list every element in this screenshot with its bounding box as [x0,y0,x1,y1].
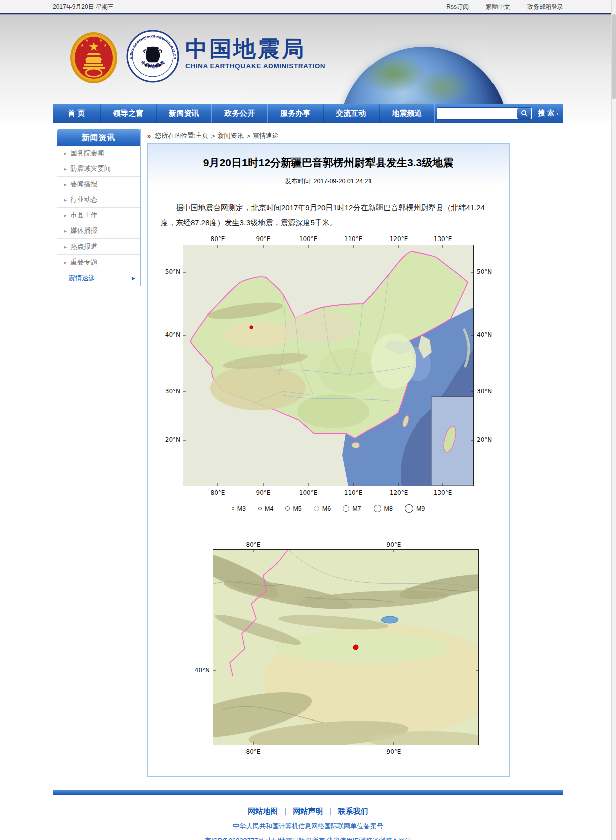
axis-label: 50°N [477,268,497,275]
sidebar-title: 新闻资讯 [57,129,140,146]
sidebar-item-news-broadcast[interactable]: ▶ 要闻播报 [57,177,140,192]
axis-label: 90°E [256,489,271,496]
breadcrumb-prefix: 您所在的位置: [155,131,196,140]
legend-label: M4 [265,505,273,512]
site-title-cn: 中国地震局 [185,37,325,61]
footer-sitemap-link[interactable]: 网站地图 [248,807,278,815]
chevron-right-icon: ▶ [64,151,67,155]
traditional-chinese-link[interactable]: 繁體中文 [486,3,510,11]
main-navbar: 首 页 领导之窗 新闻资讯 政务公开 服务办事 交流互动 地震频道 搜 索 [53,104,563,123]
sidebar-item-state-council-news[interactable]: ▶ 国务院要闻 [57,146,140,161]
sidebar-item-label: 重要专题 [70,258,97,267]
search-label[interactable]: 搜 索 [538,109,554,118]
sidebar-item-label: 市县工作 [70,211,97,220]
axis-label: 100°E [299,489,318,496]
svg-text:★: ★ [80,43,84,48]
scrollbar[interactable] [611,0,616,840]
legend-label: M8 [384,505,393,512]
sidebar-item-label: 要闻播报 [70,180,97,189]
magnitude-circle-icon [314,506,319,511]
legend-label: M3 [237,505,246,512]
rss-link[interactable]: Rss订阅 [446,3,469,11]
axis-label: 80°E [246,541,261,548]
axis-label: 90°E [256,235,271,243]
dotted-divider [156,193,501,193]
chevron-right-icon: ▶ [64,260,67,264]
axis-label: 20°N [477,436,497,443]
national-earthquake-map: 80°E 90°E 100°E 110°E 120°E 130°E 50°N 4… [160,235,497,524]
nav-item-interaction[interactable]: 交流互动 [323,104,379,123]
magnitude-circle-icon [285,506,290,511]
sidebar-item-disaster-reduction-news[interactable]: ▶ 防震减灾要闻 [57,161,140,177]
chevron-right-icon: ▶ [64,213,67,217]
regional-epicenter-map: 80°E 90°E 40°N 80°E 90°E [178,541,479,761]
sidebar-news-menu: 新闻资讯 ▶ 国务院要闻 ▶ 防震减灾要闻 ▶ 要闻播报 ▶ 行业动态 [57,129,141,286]
earth-globe-image [340,47,508,104]
sidebar-item-city-county-work[interactable]: ▶ 市县工作 [57,208,140,223]
svg-text:★: ★ [99,38,103,43]
sidebar-item-important-topics[interactable]: ▶ 重要专题 [57,255,140,270]
top-utility-bar: 2017年9月20日 星期三 Rss订阅 繁體中文 政务邮箱登录 [0,0,616,13]
axis-label: 120°E [390,235,408,243]
breadcrumb-home-link[interactable]: 主页 [196,131,209,140]
sidebar-item-earthquake-express-active[interactable]: 震情速递 ▶ [57,270,140,286]
chevron-right-icon: ▶ [64,167,67,171]
svg-text:★: ★ [88,40,99,54]
magnitude-legend: M3 M4 M5 M6 M7 M8 M9 [160,504,497,513]
breadcrumb-news-link[interactable]: 新闻资讯 [217,131,243,140]
axis-label: 30°N [160,388,180,395]
chevron-right-icon: ▶ [64,229,67,233]
axis-label: 50°N [160,268,180,275]
magnitude-circle-icon [232,507,234,510]
site-footer: 网站地图 | 网站声明 | 联系我们 中华人民共和国计算机信息网络国际联网单位备… [0,795,616,840]
nav-item-gov-affairs[interactable]: 政务公开 [212,104,268,123]
axis-label: 40°N [477,331,497,338]
footer-divider-bar [53,790,563,795]
site-header: ★ ★ ★ ★ ★ CHINA EARTHQ [0,15,616,104]
magnitude-circle-icon [405,504,413,513]
breadcrumb-marker-icon: » [147,132,151,140]
magnitude-circle-icon [258,507,262,510]
publish-time: 发布时间: 2017-09-20 01:24:21 [148,177,509,186]
axis-label: 110°E [344,235,363,243]
nav-item-earthquake-channel[interactable]: 地震频道 [379,104,435,123]
axis-label: 20°N [160,436,180,443]
article-title: 9月20日1时12分新疆巴音郭楞州尉犁县发生3.3级地震 [148,153,509,170]
search-button[interactable] [517,108,531,119]
nav-item-services[interactable]: 服务办事 [268,104,323,123]
current-date: 2017年9月20日 星期三 [53,3,114,11]
axis-label: 130°E [434,489,452,496]
axis-label: 30°N [477,388,497,395]
axis-label: 80°E [211,235,225,243]
sidebar-item-media-broadcast[interactable]: ▶ 媒体播报 [57,223,140,239]
footer-statement-link[interactable]: 网站声明 [293,807,323,815]
footer-copyright-line: 京ICP备06029777号 中国地震局版权所有 建议使用IE浏览器浏览本网站 [0,836,616,840]
scrollbar-thumb[interactable] [612,14,616,99]
region-terrain-map-svg [213,549,479,745]
epicenter-marker [250,326,253,329]
chevron-right-icon: ▶ [64,245,67,249]
svg-text:★: ★ [85,38,89,43]
nav-item-home[interactable]: 首 页 [53,104,100,123]
sidebar-item-industry-trends[interactable]: ▶ 行业动态 [57,192,140,208]
axis-label: 130°E [434,235,452,243]
sidebar-item-hot-reports[interactable]: ▶ 热点报道 [57,239,140,255]
article-body-text: 据中国地震台网测定，北京时间2017年9月20日1时12分在新疆巴音郭楞州尉犁县… [161,200,496,230]
gov-mail-login-link[interactable]: 政务邮箱登录 [527,3,563,11]
axis-label: 90°E [387,748,401,755]
site-title-en: CHINA EARTHQUAKE ADMINISTRATION [185,62,325,70]
legend-label: M6 [322,505,331,512]
nav-item-news[interactable]: 新闻资讯 [156,104,212,123]
sidebar-item-label: 媒体播报 [70,226,97,235]
sidebar-item-label: 国务院要闻 [70,149,104,158]
axis-label: 40°N [189,667,210,674]
footer-contact-link[interactable]: 联系我们 [338,807,368,815]
magnitude-circle-icon [374,505,381,512]
breadcrumb-separator: > [246,132,250,140]
nav-item-leadership[interactable]: 领导之窗 [100,104,156,123]
chevron-right-icon: ▶ [132,276,135,281]
breadcrumb-current-page[interactable]: 震情速递 [253,131,279,140]
legend-label: M9 [416,505,425,512]
chevron-right-icon: ▶ [64,198,67,202]
footer-separator: | [284,807,286,815]
